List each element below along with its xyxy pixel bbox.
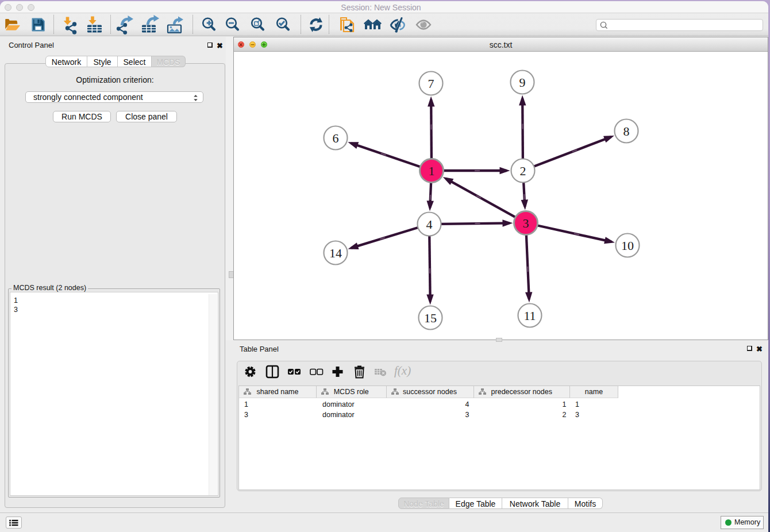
svg-text:4: 4 (426, 217, 433, 232)
svg-text:14: 14 (329, 246, 342, 260)
svg-text:3: 3 (523, 216, 529, 230)
svg-text:8: 8 (623, 124, 630, 138)
svg-text:2: 2 (520, 164, 526, 178)
svg-text:9: 9 (519, 75, 526, 90)
svg-text:15: 15 (424, 311, 437, 325)
svg-text:7: 7 (428, 76, 434, 91)
svg-text:1: 1 (429, 164, 435, 178)
svg-text:6: 6 (333, 131, 339, 145)
svg-text:10: 10 (621, 238, 634, 253)
svg-text:11: 11 (523, 309, 536, 323)
